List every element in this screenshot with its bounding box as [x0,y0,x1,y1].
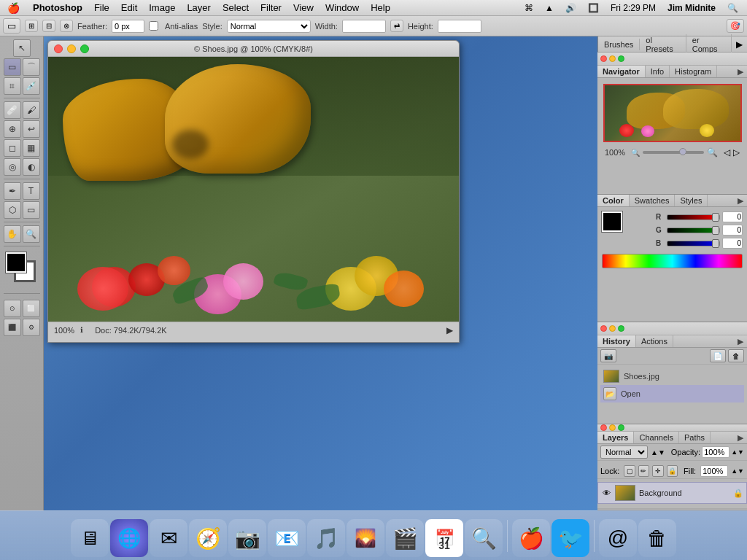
fill-arrows[interactable]: ▲▼ [731,467,744,475]
lock-all-btn[interactable]: 🔒 [667,465,678,477]
blend-mode-arrows[interactable]: ▲▼ [651,448,665,456]
eyedropper-tool[interactable]: 💉 [23,77,40,95]
g-value[interactable] [722,225,743,236]
history-delete-btn[interactable]: 🗑 [728,349,744,362]
menu-layer[interactable]: Layer [181,2,217,13]
tab-channels[interactable]: Channels [634,432,678,443]
nav-maximize-btn[interactable] [618,55,624,62]
menu-filter[interactable]: Filter [255,2,287,13]
tab-color[interactable]: Color [597,195,630,206]
foreground-color-swatch[interactable] [602,211,622,232]
minimize-btn[interactable] [67,44,76,53]
swap-wh-btn[interactable]: ⇄ [390,20,403,32]
extra-tools2[interactable]: ⚙ [23,319,40,336]
dock-item-mail2[interactable]: 📧 [268,519,306,557]
tab-layers[interactable]: Layers [597,432,634,443]
menu-image[interactable]: Image [143,2,181,13]
layer-row-background[interactable]: 👁 Background 🔒 [597,482,747,504]
dock-item-trash[interactable]: 🗑 [638,519,676,557]
layers-maximize-btn[interactable] [618,424,624,431]
dock-item-qt[interactable]: 🔍 [465,519,503,557]
tool-preset-btn[interactable]: 🎯 [727,19,744,33]
zoom-out-icon[interactable]: 🔍 [631,149,640,157]
nav-prev-btn[interactable]: ◁ [724,147,730,158]
hist-minimize-btn[interactable] [609,325,616,332]
style-select[interactable]: Normal Fixed Aspect Ratio Fixed Size [227,20,311,33]
screen-mode-tool[interactable]: ⬜ [23,300,40,317]
menu-help[interactable]: Help [365,2,396,13]
selection-type-btn[interactable]: ⊞ [25,20,38,32]
tab-brushes[interactable]: Brushes [598,39,640,50]
tab-histogram[interactable]: Histogram [670,66,717,77]
lock-pixels-btn[interactable]: ✏ [638,465,649,477]
gradient-tool[interactable]: ▦ [23,139,40,157]
spotlight-icon[interactable]: 🔍 [724,3,741,13]
dock-item-safari[interactable]: 🧭 [189,519,227,557]
canvas-content[interactable] [48,57,459,322]
zoom-in-icon[interactable]: 🔍 [707,147,718,158]
maximize-btn[interactable] [80,44,89,53]
dock-item-apple[interactable]: 🍎 [512,519,550,557]
eraser-tool[interactable]: ◻ [4,139,21,157]
hist-close-btn[interactable] [600,325,607,332]
nav-panel-expand[interactable]: ▶ [734,66,747,77]
stamp-tool[interactable]: ⊕ [4,120,21,138]
fill-input[interactable] [700,465,728,477]
blend-mode-select[interactable]: Normal Multiply Screen Overlay [600,446,648,459]
username[interactable]: Jim Midnite [665,3,719,13]
layer-visibility-eye[interactable]: 👁 [601,488,611,498]
tab-navigator[interactable]: Navigator [597,66,646,77]
hand-tool[interactable]: ✋ [4,225,21,243]
width-input[interactable] [342,20,386,33]
dock-item-mail[interactable]: ✉ [150,519,187,557]
marquee-tool[interactable]: ▭ [4,58,21,76]
quick-mask-tool[interactable]: ⊙ [4,300,21,317]
height-input[interactable] [438,20,481,33]
opacity-input[interactable] [702,446,729,458]
dock-item-itunes[interactable]: 🎵 [307,519,345,557]
tab-presets[interactable]: ol Presets [640,34,686,55]
path-tool[interactable]: ⬡ [4,201,21,219]
lock-position-btn[interactable]: ✛ [652,465,663,477]
selection-type-btn3[interactable]: ⊗ [60,20,73,32]
b-slider[interactable] [667,241,720,246]
menu-window[interactable]: Window [320,2,365,13]
tab-styles[interactable]: Styles [675,195,708,206]
r-value[interactable] [722,211,743,222]
apple-menu[interactable]: 🍎 [0,2,27,14]
zoom-tool[interactable]: 🔍 [23,225,40,243]
antialias-checkbox[interactable] [149,21,158,31]
dock-item-iphoto[interactable]: 🌄 [347,519,384,557]
lasso-tool[interactable]: ⌒ [23,58,40,76]
color-panel-expand[interactable]: ▶ [734,195,747,206]
shape-tool[interactable]: ▭ [23,201,40,219]
type-tool[interactable]: T [23,182,40,200]
close-btn[interactable] [54,44,63,53]
history-item-open[interactable]: 📂 Open [600,385,744,402]
nav-next-btn[interactable]: ▷ [733,147,740,158]
dock-item-finder[interactable]: 🖥 [71,519,109,557]
b-value[interactable] [722,238,743,249]
dock-item-sysprefs[interactable]: 🌐 [110,519,148,557]
opacity-arrows[interactable]: ▲▼ [731,448,744,456]
menu-edit[interactable]: Edit [115,2,143,13]
nav-close-btn[interactable] [600,55,607,62]
crop-tool[interactable]: ⌗ [4,77,21,95]
foreground-color[interactable] [6,252,26,273]
healing-tool[interactable]: 🩹 [4,101,21,119]
dock-item-twitter[interactable]: 🐦 [551,519,589,557]
history-item-shoes[interactable]: Shoes.jpg [600,368,744,385]
hist-maximize-btn[interactable] [618,325,624,332]
history-snapshot-btn[interactable]: 📷 [600,349,616,362]
blur-tool[interactable]: ◎ [4,158,21,176]
r-slider[interactable] [667,214,720,220]
dock-item-imovie[interactable]: 🎬 [386,519,424,557]
dodge-tool[interactable]: ◐ [23,158,40,176]
history-new-doc-btn[interactable]: 📄 [710,349,726,362]
feather-input[interactable] [112,20,144,33]
pen-tool[interactable]: ✒ [4,182,21,200]
canvas-info-icon[interactable]: ℹ [80,326,83,334]
tab-actions[interactable]: Actions [636,335,673,347]
move-tool[interactable]: ↖ [13,39,31,57]
canvas-scroll-right[interactable]: ▶ [446,325,453,335]
